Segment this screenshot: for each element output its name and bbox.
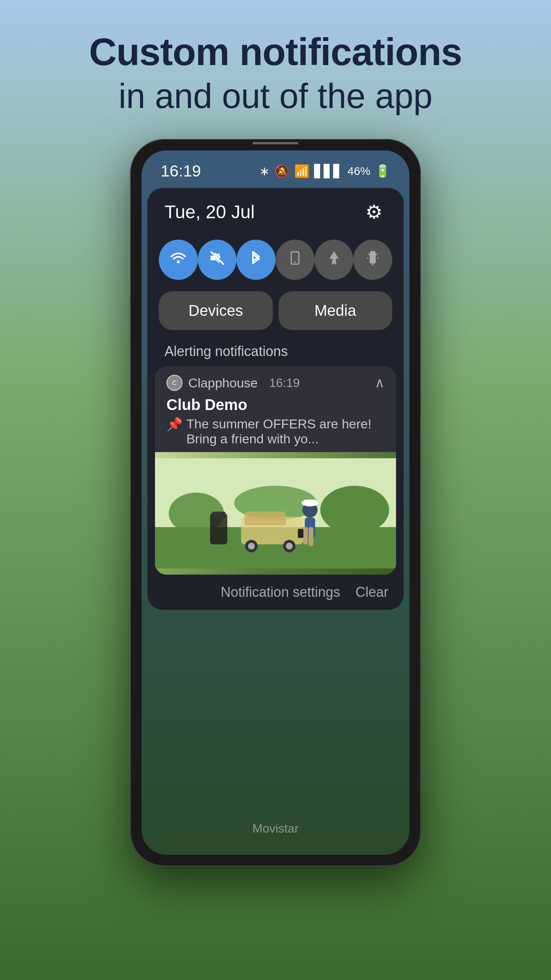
quick-toggles [147, 232, 404, 291]
battery-icon: 🔋 [375, 164, 390, 178]
wifi-toggle[interactable] [159, 240, 198, 280]
carrier-area: Movistar [142, 822, 409, 836]
alerting-header: Alerting notifications [147, 340, 404, 366]
svg-rect-17 [245, 512, 286, 526]
mute-toggle[interactable] [198, 240, 237, 280]
panel-header: Tue, 20 Jul ⚙ [147, 188, 404, 232]
chevron-up-icon[interactable]: ∧ [375, 375, 385, 391]
mute-icon: 🔕 [274, 164, 290, 178]
svg-rect-3 [370, 256, 376, 263]
rotation-toggle-icon [285, 248, 305, 272]
airplane-toggle[interactable] [315, 240, 354, 280]
bluetooth-toggle-icon [246, 248, 266, 272]
media-tab[interactable]: Media [279, 291, 393, 330]
flashlight-toggle[interactable] [353, 240, 392, 280]
notification-card: C Clapphouse 16:19 ∧ Club Demo 📌 The sum… [155, 366, 396, 575]
svg-point-2 [294, 261, 296, 263]
notification-body-text: The summer OFFERS are here! Bring a frie… [186, 416, 385, 446]
notif-app-info: C Clapphouse 16:19 [166, 375, 300, 391]
svg-rect-0 [210, 256, 215, 260]
notification-panel: Tue, 20 Jul ⚙ [147, 188, 404, 610]
svg-point-19 [248, 543, 255, 550]
svg-point-13 [320, 486, 389, 534]
clear-button[interactable]: Clear [355, 584, 388, 600]
battery-text: 46% [347, 165, 370, 178]
notification-actions: Notification settings Clear [147, 575, 404, 602]
bluetooth-toggle[interactable] [236, 240, 276, 280]
panel-date: Tue, 20 Jul [165, 201, 255, 222]
phone-shell: 16:19 ∗ 🔕 📶 ▋▋▋ 46% 🔋 Tue, 20 Jul ⚙ [130, 139, 421, 866]
notification-image [155, 452, 396, 575]
signal-icon: ▋▋▋ [314, 164, 343, 178]
svg-rect-30 [298, 529, 303, 538]
mute-toggle-icon [207, 248, 227, 272]
wifi-toggle-icon [168, 248, 188, 272]
svg-line-8 [377, 253, 378, 255]
airplane-toggle-icon [324, 248, 344, 272]
headline-bold: Custom notifications [89, 31, 462, 73]
app-icon: C [166, 375, 183, 391]
svg-rect-23 [212, 512, 226, 519]
notification-title: Club Demo [155, 396, 396, 416]
svg-rect-27 [308, 527, 313, 546]
status-time: 16:19 [161, 162, 201, 180]
phone-screen: 16:19 ∗ 🔕 📶 ▋▋▋ 46% 🔋 Tue, 20 Jul ⚙ [142, 150, 409, 855]
app-name: Clapphouse [188, 376, 258, 390]
svg-rect-26 [303, 527, 308, 544]
status-bar: 16:19 ∗ 🔕 📶 ▋▋▋ 46% 🔋 [142, 150, 409, 184]
devices-tab[interactable]: Devices [159, 291, 273, 330]
flashlight-toggle-icon [363, 248, 383, 272]
wifi-icon: 📶 [294, 164, 310, 178]
notification-settings-button[interactable]: Notification settings [221, 584, 340, 600]
bluetooth-icon: ∗ [259, 164, 270, 178]
notification-top: C Clapphouse 16:19 ∧ [155, 366, 396, 396]
carrier-text: Movistar [253, 822, 299, 835]
svg-line-7 [368, 253, 369, 255]
page-header: Custom notifications in and out of the a… [66, 0, 485, 139]
notif-time: 16:19 [269, 376, 300, 390]
svg-point-21 [286, 543, 293, 550]
device-media-tabs: Devices Media [147, 291, 404, 340]
phone-notch [253, 142, 298, 144]
svg-rect-29 [304, 500, 316, 506]
svg-text:C: C [172, 380, 177, 386]
headline-sub: in and out of the app [89, 77, 462, 116]
rotation-toggle[interactable] [276, 240, 315, 280]
status-icons: ∗ 🔕 📶 ▋▋▋ 46% 🔋 [259, 164, 390, 178]
settings-icon-button[interactable]: ⚙ [362, 199, 386, 224]
pin-emoji: 📌 [166, 416, 183, 432]
notification-body: 📌 The summer OFFERS are here! Bring a fr… [155, 416, 396, 452]
